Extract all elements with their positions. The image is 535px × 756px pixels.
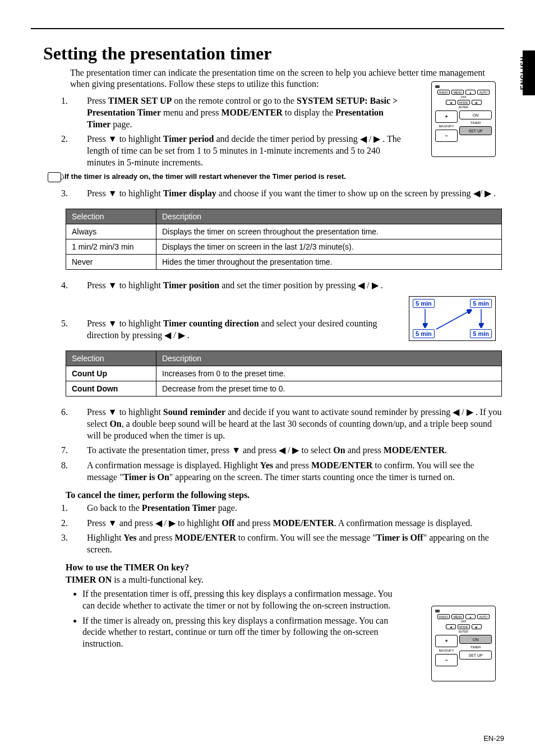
right-arrow-icon: ▶ [372,280,379,292]
note-icon [48,172,61,182]
page-number: EN-29 [483,734,504,743]
remote-right-button: ▶ [472,624,482,629]
table-cell: Never [66,254,156,269]
remote-right-button: ▶ [472,100,482,105]
remote-on-button: ON [459,110,492,119]
down-arrow-icon: ▼ [108,318,117,330]
step-6: Press ▼ to highlight Sound reminder and … [70,407,504,441]
language-label: ENGLISH [519,56,527,90]
down-arrow-icon: ▼ [108,280,117,292]
down-arrow-icon: ▼ [108,407,117,418]
remote-up-button: ▲ [465,614,476,619]
right-arrow-icon: ▶ [178,330,185,342]
remote-off-label: OFF [435,620,492,623]
table-cell: Displays the timer on screen throughout … [156,224,502,239]
table-header-selection: Selection [66,209,156,224]
right-arrow-icon: ▶ [292,445,299,457]
cancel-step-2: Press ▼ and press ◀ / ▶ to highlight Off… [70,518,504,529]
remote-magnify-label: MAGNIFY [435,125,458,128]
table-cell: Decrease from the preset time to 0. [156,381,502,396]
table-cell: Count Down [66,381,156,396]
left-arrow-icon: ◀ [279,445,285,457]
table-header-selection: Selection [66,351,156,366]
step-4: Press ▼ to highlight Timer position and … [70,280,403,292]
cancel-step-3: Highlight Yes and press MODE/ENTER to co… [70,532,504,556]
left-arrow-icon: ◀ [155,518,162,529]
remote-setup-button-highlighted: SET UP [459,126,492,135]
timer-position-figure: 5 min 5 min 5 min 5 min [409,296,496,341]
left-arrow-icon: ◀ [360,133,367,145]
note-text: If the timer is already on, the timer wi… [64,172,346,181]
remote-menu-button: MENU [451,90,464,95]
step-7: To activate the presentation timer, pres… [70,445,504,457]
remote-figure-top: RADIO MENU ▲ AUTO OFF ◀ MODE ▶ ENTER + M… [431,81,496,157]
timeron-bullet-1: If the presentation timer is off, pressi… [82,588,398,612]
remote-radio-button: RADIO [437,90,450,95]
down-arrow-icon: ▼ [108,133,117,145]
cancel-step-1: Go back to the Presentation Timer page. [70,503,504,514]
remote-mode-button: MODE [458,624,470,629]
remote-timer-label: TIMER [459,646,492,649]
remote-auto-button: AUTO [477,614,490,619]
right-arrow-icon: ▶ [169,518,176,529]
remote-minus-button: − [435,654,458,666]
remote-left-button: ◀ [446,100,456,105]
table-cell: 1 min/2 min/3 min [66,239,156,254]
remote-setup-button: SET UP [459,651,492,660]
svg-line-1 [436,310,471,329]
step-2: Press ▼ to highlight Timer period and de… [70,133,403,168]
counting-direction-table: SelectionDescription Count UpIncreases f… [66,351,502,397]
remote-plus-button: + [435,110,458,123]
table-cell: Displays the timer on screen in the last… [156,239,502,254]
timeron-bullet-2: If the timer is already on, pressing thi… [82,615,398,650]
table-cell: Increases from 0 to the preset time. [156,366,502,381]
step-8: A confirmation message is displayed. Hig… [70,460,504,483]
step-1: Press TIMER SET UP on the remote control… [70,95,403,130]
remote-left-button: ◀ [446,624,456,629]
right-arrow-icon: ▶ [485,188,491,200]
left-arrow-icon: ◀ [358,280,365,292]
table-header-description: Description [156,209,502,224]
left-arrow-icon: ◀ [164,330,171,342]
timeron-heading: How to use the TIMER On key? [66,563,504,573]
remote-radio-button: RADIO [437,614,450,619]
table-header-description: Description [156,351,502,366]
remote-timer-label: TIMER [459,121,492,125]
left-arrow-icon: ◀ [453,407,459,418]
remote-plus-button: + [435,635,458,647]
timeron-sub: TIMER ON is a multi-functional key. [66,575,504,585]
remote-figure-bottom: RADIO MENU ▲ AUTO OFF ◀ MODE ▶ ENTER + M… [431,606,496,681]
remote-off-label: OFF [435,95,492,99]
remote-menu-button: MENU [451,614,464,619]
remote-enter-label: ENTER [435,105,492,109]
left-arrow-icon: ◀ [473,188,480,200]
remote-on-button-highlighted: ON [459,635,492,644]
right-arrow-icon: ▶ [467,407,473,418]
down-arrow-icon: ▼ [108,188,117,200]
cancel-heading: To cancel the timer, perform the followi… [66,490,504,500]
remote-minus-button: − [435,130,458,142]
table-cell: Hides the timer throughout the presentat… [156,254,502,269]
remote-up-button: ▲ [465,90,476,95]
table-cell: Always [66,224,156,239]
step-5: Press ▼ to highlight Timer counting dire… [70,318,403,342]
remote-mode-button: MODE [458,100,470,105]
step-3: Press ▼ to highlight Timer display and c… [70,188,504,200]
timer-display-table: SelectionDescription AlwaysDisplays the … [66,209,502,270]
page-title: Setting the presentation timer [31,43,504,64]
down-arrow-icon: ▼ [108,518,117,529]
remote-auto-button: AUTO [477,90,490,95]
down-arrow-icon: ▼ [232,445,241,457]
right-arrow-icon: ▶ [373,133,380,145]
table-cell: Count Up [66,366,156,381]
remote-enter-label: ENTER [435,630,492,633]
remote-magnify-label: MAGNIFY [435,649,458,652]
